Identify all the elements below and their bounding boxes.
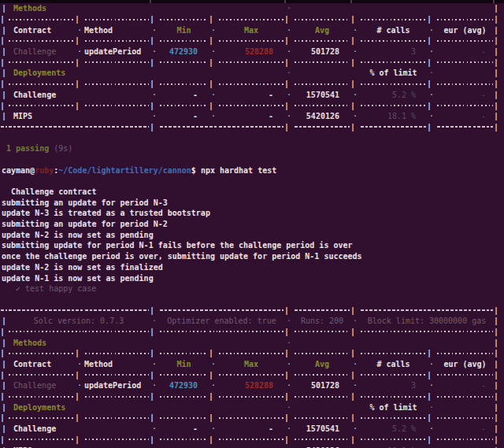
table-border (284, 339, 294, 347)
table-border (0, 371, 8, 380)
cell-max: - (218, 424, 284, 433)
cell-eur: - (436, 424, 494, 433)
table-border (209, 371, 218, 380)
cell-pct-limit: 5.2 % (360, 424, 427, 433)
table-border (209, 36, 218, 45)
dashed-rule (159, 309, 209, 311)
table-border (0, 349, 8, 357)
dotted-rule (294, 105, 350, 106)
dotted-rule (218, 374, 284, 376)
table-border (209, 413, 218, 422)
table-border (427, 80, 436, 88)
dotted-rule (75, 331, 84, 332)
blank-line (0, 154, 504, 165)
dashed-rule (84, 126, 150, 128)
table-separator (0, 369, 504, 380)
table-border (284, 112, 294, 120)
dotted-rule (436, 374, 494, 376)
cell-contract: Challenge (8, 424, 150, 433)
table-border (284, 47, 294, 56)
dotted-rule (436, 417, 494, 419)
col-header-method: Method (84, 26, 150, 35)
dotted-rule (218, 417, 284, 419)
col-header-eur: eur (avg) (436, 26, 494, 35)
dotted-rule (294, 40, 350, 42)
table-border (494, 306, 504, 315)
table-border (427, 123, 436, 131)
dotted-rule (8, 105, 75, 106)
table-border (0, 80, 8, 88)
gas-table-header-row: Contract Method Min Max Avg # calls eur … (0, 359, 504, 370)
dashed-rule (294, 126, 350, 128)
table-border (150, 36, 159, 45)
dotted-rule (84, 61, 150, 63)
table-border (209, 349, 218, 357)
prompt-user: cayman@ (2, 166, 35, 175)
table-border (494, 339, 504, 347)
table-separator (0, 79, 504, 90)
console-log-line: update N-2 is now set as finalized (0, 262, 504, 273)
table-border (350, 424, 360, 433)
cell-min: 472930 (159, 381, 209, 390)
divider-tick (350, 0, 352, 3)
dotted-rule (84, 331, 150, 332)
table-border (75, 26, 84, 35)
gas-table-methods-row: Methods (0, 3, 504, 14)
dashed-rule (427, 309, 436, 311)
table-border (350, 112, 360, 120)
section-title-methods: Methods (8, 339, 284, 347)
dashed-rule (0, 126, 8, 128)
table-border (0, 26, 8, 35)
table-border (0, 47, 8, 56)
dotted-rule (159, 83, 209, 85)
dotted-rule (8, 353, 75, 354)
table-border (75, 392, 84, 401)
dotted-rule (159, 396, 209, 398)
dotted-rule (436, 396, 494, 398)
table-border (75, 360, 84, 368)
table-border (494, 91, 504, 99)
cell-max: - (218, 112, 284, 120)
table-border (427, 424, 436, 433)
gas-table-methods-row: Methods (0, 337, 504, 348)
dotted-rule (84, 353, 150, 354)
cell-calls: 3 (360, 381, 427, 390)
table-border (150, 112, 159, 120)
cell-contract: Challenge (8, 47, 75, 56)
dotted-rule (84, 40, 150, 42)
prompt-path: ~/Code/lightartillery/cannon (58, 166, 191, 175)
table-border (284, 4, 294, 13)
cell-contract: Challenge (8, 91, 150, 99)
dotted-rule (159, 353, 209, 354)
table-border (0, 360, 8, 368)
dotted-rule (294, 331, 350, 332)
dashed-rule (294, 309, 350, 311)
table-border (0, 392, 8, 401)
table-border (350, 413, 360, 422)
table-border (150, 26, 159, 35)
table-border (0, 403, 8, 412)
dotted-rule (159, 105, 209, 106)
dashed-rule (159, 126, 209, 128)
table-border (427, 91, 436, 99)
dotted-rule (8, 40, 75, 42)
table-border (350, 58, 360, 67)
dashed-rule (436, 126, 494, 128)
console-log-line: update N-1 is now set as pending (0, 272, 504, 283)
table-border (427, 371, 436, 380)
table-border (494, 102, 504, 110)
dotted-rule (8, 439, 75, 440)
dashed-rule (360, 126, 427, 128)
col-header-max: Max (218, 26, 284, 35)
table-border (427, 36, 436, 45)
blank-line (0, 176, 504, 187)
dotted-rule (436, 19, 494, 20)
section-title-deployments: Deployments (8, 403, 284, 412)
dotted-rule (360, 439, 427, 440)
table-border (284, 91, 294, 99)
table-border (494, 381, 504, 390)
dotted-rule (84, 439, 150, 440)
dotted-rule (218, 19, 284, 20)
cell-eur: - (436, 91, 494, 99)
shell-prompt-line: cayman@ ruby : ~/Code/lightartillery/can… (0, 165, 504, 176)
